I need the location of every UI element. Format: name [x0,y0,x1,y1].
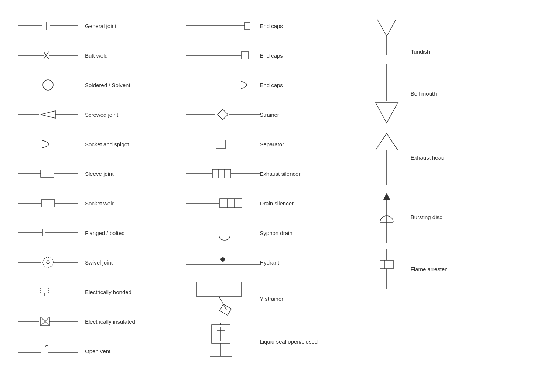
symbol-end-caps-3 [189,79,256,91]
svg-rect-53 [216,140,226,148]
svg-point-8 [43,80,53,90]
label-soldered-solvent: Soldered / Solvent [81,82,130,88]
item-hydrant: Hydrant [189,248,364,277]
label-end-caps-3: End caps [256,82,283,88]
item-end-caps-3: End caps [189,70,364,100]
symbol-bell-mouth [365,64,409,123]
svg-point-67 [220,257,225,262]
item-separator: Separator [189,129,364,159]
symbol-sleeve-joint [15,168,81,179]
item-socket-weld: Socket weld [15,188,189,218]
label-exhaust-head: Exhaust head [409,154,445,161]
svg-rect-70 [220,304,232,315]
symbol-flanged-bolted [15,227,81,238]
main-grid: General joint Butt weld [15,11,539,366]
svg-line-80 [377,20,387,36]
symbol-y-strainer [189,280,256,317]
label-butt-weld: Butt weld [81,52,108,59]
label-hydrant: Hydrant [256,259,279,266]
item-exhaust-head: Exhaust head [365,127,539,188]
label-screwed-joint: Screwed joint [81,112,118,118]
svg-point-26 [47,261,49,264]
svg-rect-18 [41,200,55,207]
item-swivel-joint: Swivel joint [15,248,189,277]
item-drain-silencer: Drain silencer [189,188,364,218]
symbol-butt-weld [15,50,81,61]
symbol-bursting-disc [365,191,409,243]
label-syphon-drain: Syphon drain [256,230,292,236]
item-screwed-joint: Screwed joint [15,100,189,129]
label-sleeve-joint: Sleeve joint [81,171,114,177]
item-end-caps-1: End caps [189,11,364,41]
item-bell-mouth: Bell mouth [365,60,539,127]
item-sleeve-joint: Sleeve joint [15,159,189,188]
label-bell-mouth: Bell mouth [409,91,437,97]
label-strainer: Strainer [256,112,279,118]
symbol-end-caps-2 [189,50,256,61]
label-general-joint: General joint [81,23,116,29]
item-tundish: Tundish [365,11,539,60]
label-electrically-insulated: Electrically insulated [81,318,135,325]
symbol-exhaust-head [365,130,409,185]
svg-rect-61 [220,199,242,208]
symbol-swivel-joint [15,257,81,268]
item-butt-weld: Butt weld [15,41,189,70]
item-electrically-insulated: Electrically insulated [15,307,189,336]
symbol-open-vent [15,344,81,358]
item-flanged-bolted: Flanged / bolted [15,218,189,248]
column-2: End caps End caps [189,11,364,366]
item-bursting-disc: Bursting disc [365,188,539,246]
symbol-exhaust-silencer [189,168,256,179]
symbol-electrically-insulated [15,316,81,327]
svg-rect-68 [197,282,241,297]
symbol-screwed-joint [15,109,81,120]
label-flame-arrester: Flame arrester [409,266,447,272]
item-flame-arrester: Flame arrester [365,246,539,292]
label-bursting-disc: Bursting disc [409,214,442,220]
label-end-caps-1: End caps [256,23,283,29]
symbol-soldered-solvent [15,79,81,91]
symbol-electrically-bonded [15,286,81,297]
label-exhaust-silencer: Exhaust silencer [256,171,300,177]
svg-marker-84 [376,103,398,123]
column-1: General joint Butt weld [15,11,189,366]
label-end-caps-2: End caps [256,52,283,59]
svg-marker-88 [383,193,390,200]
symbol-socket-weld [15,198,81,209]
label-socket-weld: Socket weld [81,200,115,207]
item-liquid-seal: Liquid seal open/closed [189,320,364,363]
label-tundish: Tundish [409,48,430,55]
symbol-end-caps-1 [189,20,256,31]
svg-rect-50 [218,109,228,120]
symbol-hydrant [189,255,256,270]
item-strainer: Strainer [189,100,364,129]
item-y-strainer: Y strainer [189,277,364,320]
item-open-vent: Open vent [15,336,189,366]
item-soldered-solvent: Soldered / Solvent [15,70,189,100]
item-exhaust-silencer: Exhaust silencer [189,159,364,188]
label-separator: Separator [256,141,284,147]
item-electrically-bonded: Electrically bonded [15,277,189,307]
symbol-tundish [365,14,409,55]
symbol-syphon-drain [189,224,256,242]
symbol-separator [189,139,256,150]
symbol-general-joint [15,20,81,31]
svg-line-81 [387,20,396,36]
label-electrically-bonded: Electrically bonded [81,289,131,295]
svg-marker-11 [41,111,55,118]
symbol-flame-arrester [365,249,409,289]
svg-rect-91 [380,260,393,269]
svg-point-25 [43,257,53,267]
label-drain-silencer: Drain silencer [256,200,294,207]
column-3: Tundish Bell mouth [365,11,539,366]
label-open-vent: Open vent [81,348,110,354]
symbol-strainer [189,109,256,120]
svg-marker-85 [376,133,398,150]
svg-rect-56 [212,169,231,178]
svg-rect-29 [41,287,49,293]
item-end-caps-2: End caps [189,41,364,70]
symbol-liquid-seal [189,323,256,360]
label-flanged-bolted: Flanged / bolted [81,230,125,236]
symbol-socket-spigot [15,139,81,150]
label-swivel-joint: Swivel joint [81,259,113,266]
